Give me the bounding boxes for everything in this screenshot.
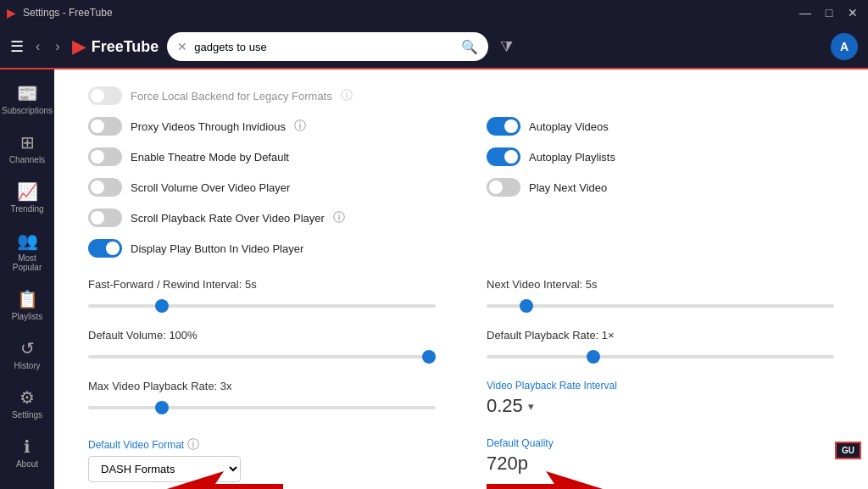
autoplay-videos-toggle[interactable] — [487, 117, 520, 136]
default-quality-label: Default Quality — [487, 437, 834, 449]
sliders-row-3: Max Video Playback Rate: 3x Video Playba… — [88, 380, 834, 431]
max-playback-rate-label: Max Video Playback Rate: 3x — [88, 380, 436, 392]
sidebar-item-most-popular[interactable]: 👥 Most Popular — [0, 224, 54, 279]
max-playback-rate-section: Max Video Playback Rate: 3x — [88, 380, 436, 412]
default-volume-label: Default Volume: 100% — [88, 329, 436, 342]
next-video-interval-slider[interactable] — [487, 304, 834, 308]
sidebar-item-subscriptions[interactable]: 📰 Subscriptions — [0, 76, 54, 122]
settings-right-col: Autoplay Videos Autoplay Playlists — [487, 117, 834, 270]
logo-area: ▶ FreeTube — [72, 36, 159, 58]
sidebar-item-label: About — [16, 459, 38, 469]
autoplay-playlists-label: Autoplay Playlists — [529, 151, 615, 164]
search-input[interactable] — [194, 41, 454, 53]
play-next-video-row: Play Next Video — [487, 178, 834, 197]
trending-icon: 📈 — [17, 181, 38, 202]
default-video-format-section: Default Video Format ⓘ DASH Formats Lega… — [88, 437, 436, 482]
playlists-icon: 📋 — [17, 289, 38, 309]
search-submit-icon[interactable]: 🔍 — [461, 39, 478, 55]
sidebar-item-trending[interactable]: 📈 Trending — [0, 175, 54, 220]
max-playback-rate-slider[interactable] — [88, 406, 436, 409]
autoplay-playlists-toggle[interactable] — [487, 147, 520, 166]
next-video-interval-section: Next Video Interval: 5s — [487, 278, 834, 310]
force-local-backend-toggle[interactable] — [88, 86, 122, 105]
fast-forward-label: Fast-Forward / Rewind Interval: 5s — [88, 278, 436, 291]
default-volume-slider[interactable] — [88, 355, 436, 358]
sidebar-item-label: Settings — [12, 410, 42, 420]
forward-button[interactable]: › — [52, 36, 63, 58]
enable-theatre-label: Enable Theatre Mode by Default — [131, 151, 289, 164]
proxy-videos-toggle[interactable] — [88, 117, 122, 136]
default-video-format-select[interactable]: DASH Formats Legacy Formats Audio Format… — [88, 456, 241, 482]
window-title: Settings - FreeTube — [23, 7, 113, 19]
next-video-interval-label: Next Video Interval: 5s — [487, 278, 834, 291]
back-button[interactable]: ‹ — [32, 36, 43, 58]
scroll-volume-label: Scroll Volume Over Video Player — [131, 181, 290, 194]
fast-forward-section: Fast-Forward / Rewind Interval: 5s — [88, 278, 436, 310]
toolbar: ☰ ‹ › ▶ FreeTube ✕ 🔍 ⧩ A — [0, 25, 868, 69]
enable-theatre-toggle[interactable] — [88, 147, 122, 166]
display-play-button-row: Display Play Button In Video Player — [88, 239, 436, 258]
settings-two-col-top: Proxy Videos Through Invidious ⓘ Enable … — [88, 117, 834, 270]
autoplay-videos-label: Autoplay Videos — [529, 120, 609, 133]
title-bar: ▶ Settings - FreeTube — □ ✕ — [0, 0, 868, 25]
settings-left-col: Proxy Videos Through Invidious ⓘ Enable … — [88, 117, 436, 270]
sidebar-item-history[interactable]: ↺ History — [0, 331, 54, 377]
proxy-videos-info-icon[interactable]: ⓘ — [294, 119, 306, 134]
default-quality-value: 720p — [487, 453, 834, 475]
sidebar-item-label: Trending — [10, 204, 43, 214]
hamburger-menu[interactable]: ☰ — [10, 37, 24, 56]
watermark: GU — [835, 442, 861, 459]
proxy-videos-label: Proxy Videos Through Invidious — [131, 120, 286, 133]
sidebar-item-playlists[interactable]: 📋 Playlists — [0, 282, 54, 328]
sidebar-item-about[interactable]: ℹ About — [0, 430, 54, 475]
autoplay-playlists-row: Autoplay Playlists — [487, 147, 834, 166]
display-play-button-toggle[interactable] — [88, 239, 122, 258]
scroll-playback-label: Scroll Playback Rate Over Video Player — [131, 212, 325, 225]
sidebar: 📰 Subscriptions ⊞ Channels 📈 Trending 👥 … — [0, 69, 54, 489]
subscriptions-icon: 📰 — [17, 83, 38, 103]
force-local-backend-info-icon[interactable]: ⓘ — [341, 88, 353, 103]
app: ☰ ‹ › ▶ FreeTube ✕ 🔍 ⧩ A 📰 Subscriptions… — [0, 25, 868, 489]
sidebar-item-label: Subscriptions — [2, 106, 53, 115]
max-playback-rate-col: Max Video Playback Rate: 3x — [88, 380, 436, 431]
display-play-button-label: Display Play Button In Video Player — [131, 242, 303, 255]
sidebar-item-settings[interactable]: ⚙ Settings — [0, 381, 54, 426]
rate-interval-label: Video Playback Rate Interval — [487, 380, 834, 392]
default-video-format-label: Default Video Format ⓘ — [88, 437, 436, 453]
close-button[interactable]: ✕ — [844, 4, 861, 21]
app-favicon: ▶ — [7, 6, 16, 19]
rate-interval-dropdown-arrow[interactable]: ▾ — [528, 400, 534, 413]
default-video-format-info-icon[interactable]: ⓘ — [187, 437, 199, 453]
channels-icon: ⊞ — [20, 132, 35, 153]
main-layout: 📰 Subscriptions ⊞ Channels 📈 Trending 👥 … — [0, 69, 868, 489]
search-clear-icon[interactable]: ✕ — [177, 40, 187, 53]
maximize-button[interactable]: □ — [821, 4, 837, 21]
title-bar-left: ▶ Settings - FreeTube — [7, 6, 113, 19]
avatar[interactable]: A — [831, 33, 858, 60]
default-playback-rate-slider[interactable] — [487, 355, 834, 358]
scroll-playback-toggle[interactable] — [88, 208, 122, 227]
play-next-video-toggle[interactable] — [487, 178, 520, 197]
scroll-playback-info-icon[interactable]: ⓘ — [333, 210, 345, 225]
sidebar-item-channels[interactable]: ⊞ Channels — [0, 125, 54, 171]
title-bar-controls: — □ ✕ — [797, 4, 861, 21]
filter-icon[interactable]: ⧩ — [500, 38, 513, 56]
minimize-button[interactable]: — — [797, 4, 814, 21]
enable-theatre-row: Enable Theatre Mode by Default — [88, 147, 436, 166]
autoplay-videos-row: Autoplay Videos — [487, 117, 834, 136]
sliders-row-2: Default Volume: 100% Default Playback Ra… — [88, 329, 834, 375]
format-quality-container: Default Video Format ⓘ DASH Formats Lega… — [88, 437, 834, 489]
proxy-videos-row: Proxy Videos Through Invidious ⓘ — [88, 117, 436, 136]
app-name: FreeTube — [92, 38, 159, 56]
scroll-volume-toggle[interactable] — [88, 178, 122, 197]
settings-icon: ⚙ — [19, 387, 35, 408]
search-bar[interactable]: ✕ 🔍 — [167, 32, 488, 61]
default-video-format-dropdown-wrapper: DASH Formats Legacy Formats Audio Format… — [88, 456, 436, 482]
about-icon: ℹ — [24, 436, 31, 457]
settings-content: Force Local Backend for Legacy Formats ⓘ… — [54, 69, 868, 489]
force-local-backend-label: Force Local Backend for Legacy Formats — [131, 90, 332, 103]
rate-interval-col: Video Playback Rate Interval 0.25 ▾ — [487, 380, 834, 431]
fast-forward-slider[interactable] — [88, 304, 436, 308]
sidebar-item-label: Most Popular — [3, 253, 51, 272]
force-local-backend-row: Force Local Backend for Legacy Formats ⓘ — [88, 86, 834, 105]
